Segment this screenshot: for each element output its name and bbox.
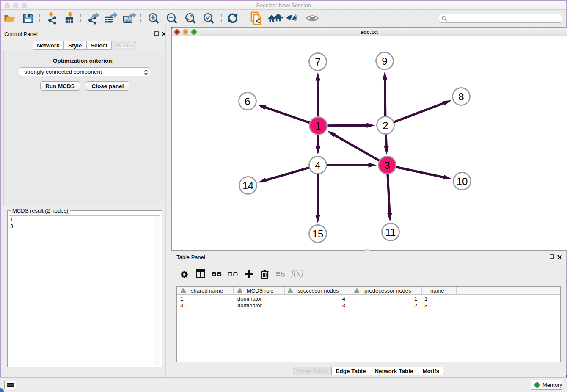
svg-text:15: 15	[312, 228, 324, 240]
svg-text:14: 14	[242, 180, 254, 191]
svg-text:10: 10	[457, 176, 468, 187]
svg-text:2: 2	[383, 120, 388, 131]
svg-text:8: 8	[458, 91, 464, 102]
svg-text:7: 7	[315, 56, 320, 68]
svg-text:3: 3	[384, 160, 390, 171]
svg-text:11: 11	[385, 226, 396, 238]
svg-text:6: 6	[245, 96, 250, 107]
svg-text:9: 9	[382, 55, 387, 67]
svg-text:1: 1	[315, 120, 321, 132]
svg-text:4: 4	[315, 160, 320, 171]
